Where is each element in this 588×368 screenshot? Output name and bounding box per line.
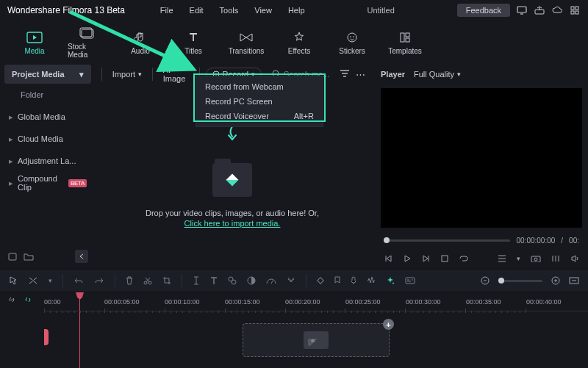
delete-icon[interactable]	[126, 276, 133, 285]
sidebar-cloud-label: Cloud Media	[18, 134, 63, 143]
project-media-header[interactable]: Project Media ▾	[4, 65, 91, 84]
record-webcam-item[interactable]: Record from Webcam	[196, 79, 323, 94]
sidebar-compound[interactable]: ▸ Compound Clip BETA	[0, 172, 96, 194]
project-title: Untitled	[318, 6, 444, 15]
link-icon[interactable]	[7, 295, 16, 304]
chevron-down-icon[interactable]: ▾	[517, 255, 520, 262]
record-voiceover-item[interactable]: Record Voiceover Alt+R	[196, 109, 323, 123]
record-screen-item[interactable]: Record PC Screen	[196, 94, 323, 109]
text-tool-icon[interactable]	[210, 276, 218, 285]
more-tools-icon[interactable]	[287, 278, 295, 284]
quality-label: Full Quality	[414, 70, 454, 79]
sidebar-global-label: Global Media	[18, 112, 65, 121]
quality-select[interactable]: Full Quality ▾	[414, 70, 461, 79]
svg-rect-15	[406, 33, 409, 37]
keyframe-icon[interactable]	[317, 277, 324, 284]
add-clip-icon[interactable]: +	[383, 319, 394, 330]
svg-rect-5	[576, 7, 578, 10]
display-icon[interactable]	[516, 4, 528, 16]
prev-keyframe-icon[interactable]	[384, 254, 392, 263]
drop-text: Drop your video clips, images, or audio …	[146, 209, 319, 217]
play-icon[interactable]	[403, 254, 412, 263]
loop-icon[interactable]	[459, 255, 469, 262]
markers-icon[interactable]	[551, 255, 560, 262]
chain-icon[interactable]	[24, 295, 32, 304]
fit-icon[interactable]	[569, 277, 579, 284]
tab-audio[interactable]: Audio	[121, 31, 160, 55]
volume-icon[interactable]	[570, 254, 579, 263]
sidebar-adjustment[interactable]: ▸ Adjustment La...	[0, 150, 96, 172]
scrubber-track[interactable]	[384, 239, 510, 242]
undo-icon[interactable]	[74, 277, 84, 284]
export-icon[interactable]	[534, 4, 545, 16]
ruler-tick: 00:00:30:00	[406, 298, 466, 306]
split-icon[interactable]	[193, 276, 200, 285]
svg-rect-1	[517, 7, 526, 12]
svg-point-23	[534, 258, 537, 261]
filter-icon[interactable]	[340, 70, 350, 79]
menu-view[interactable]: View	[254, 6, 272, 15]
zoom-in-icon[interactable]	[551, 276, 560, 285]
color-icon[interactable]	[247, 276, 256, 285]
timeline-placeholder-clip[interactable]: +	[243, 323, 390, 357]
auto-tool-icon[interactable]	[386, 276, 395, 285]
tab-titles[interactable]: Titles	[173, 31, 213, 55]
more-icon[interactable]: ⋯	[356, 69, 366, 80]
ai-image-button[interactable]: AI Image	[159, 65, 193, 83]
snapshot-icon[interactable]	[531, 255, 541, 262]
marker-icon[interactable]	[334, 276, 340, 285]
import-link[interactable]: Click here to import media.	[184, 219, 281, 228]
ruler-tick: 00:00:40:00	[526, 298, 587, 306]
mic-icon[interactable]	[351, 276, 356, 285]
next-keyframe-icon[interactable]	[422, 254, 431, 263]
audio-track-icon[interactable]	[367, 277, 376, 284]
chevron-right-icon: ▸	[9, 134, 13, 144]
zoom-slider[interactable]	[498, 280, 542, 282]
selection-tool-icon[interactable]	[28, 276, 38, 285]
subtitle-icon[interactable]	[405, 277, 415, 284]
drop-folder-icon[interactable]	[212, 163, 252, 197]
sidebar-global[interactable]: ▸ Global Media	[0, 106, 96, 128]
tab-media[interactable]: Media	[15, 31, 54, 55]
ruler-tick: 00:00:10:00	[165, 298, 225, 306]
tab-titles-label: Titles	[184, 47, 202, 55]
adjust-icon[interactable]	[228, 276, 237, 285]
tab-templates[interactable]: Templates	[385, 31, 425, 55]
tab-stickers[interactable]: Stickers	[332, 31, 372, 55]
bin-icon[interactable]	[7, 252, 18, 261]
tab-transitions[interactable]: Transitions	[226, 31, 266, 55]
app-name: Wondershare Filmora 13 Beta	[7, 5, 125, 15]
feedback-button[interactable]: Feedback	[457, 4, 510, 17]
tab-templates-label: Templates	[388, 47, 422, 55]
placeholder-thumb-icon	[304, 331, 329, 349]
crop-icon[interactable]	[162, 276, 171, 285]
cut-icon[interactable]	[143, 276, 152, 285]
menu-file[interactable]: File	[160, 6, 173, 15]
tool-chevron-icon[interactable]: ▾	[49, 277, 52, 284]
redo-icon[interactable]	[94, 277, 104, 284]
tab-media-label: Media	[24, 47, 44, 55]
sidebar-cloud[interactable]: ▸ Cloud Media	[0, 128, 96, 150]
tab-effects[interactable]: Effects	[279, 31, 319, 55]
grid-icon[interactable]	[569, 4, 581, 16]
time-ruler[interactable]: 00:00 00:00:05:00 00:00:10:00 00:00:15:0…	[44, 292, 588, 311]
speed-icon[interactable]	[266, 277, 276, 284]
cloud-icon[interactable]	[551, 4, 563, 16]
zoom-out-icon[interactable]	[481, 276, 490, 285]
svg-point-11	[348, 33, 356, 42]
chevron-right-icon: ▸	[9, 178, 13, 188]
menu-tools[interactable]: Tools	[220, 6, 239, 15]
svg-rect-21	[442, 256, 448, 261]
pointer-tool-icon[interactable]	[9, 275, 18, 286]
ruler-tick: 00:00:35:00	[466, 298, 526, 306]
stop-icon[interactable]	[441, 255, 448, 262]
import-button[interactable]: Import ▾	[108, 70, 146, 79]
list-icon[interactable]	[498, 255, 506, 262]
tab-stockmedia[interactable]: Stock Media	[68, 26, 107, 59]
collapse-sidebar-button[interactable]	[75, 250, 88, 263]
sidebar-folder[interactable]: Folder	[0, 84, 96, 106]
menu-help[interactable]: Help	[288, 6, 305, 15]
folder-icon[interactable]	[24, 252, 34, 261]
menu-edit[interactable]: Edit	[190, 6, 204, 15]
svg-point-12	[350, 36, 351, 37]
